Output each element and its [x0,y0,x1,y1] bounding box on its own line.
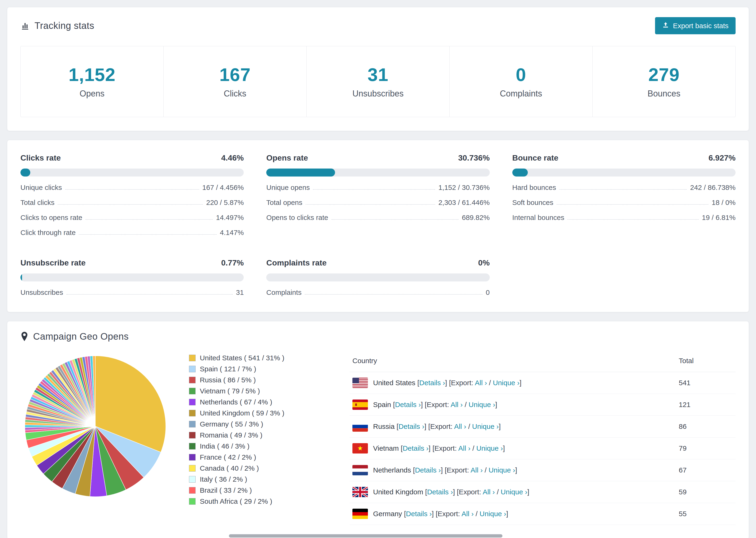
legend-label: Russia ( 86 / 5% ) [200,376,256,384]
legend-label: Germany ( 55 / 3% ) [200,420,263,428]
total-cell: 55 [676,503,735,525]
legend-item-netherlands: Netherlands ( 67 / 4% ) [189,398,335,406]
dotted-leader [557,204,708,205]
export-all-link[interactable]: All › [470,466,483,474]
stat-row-click-through-rate: Click through rate4.147% [21,229,244,237]
rates-grid: Clicks rate4.46%Unique clicks167 / 4.456… [7,140,749,312]
country-links: Spain [Details ›] [Export: All › / Uniqu… [373,401,497,409]
legend-swatch [189,421,195,427]
country-name: United Kingdom [373,488,423,496]
export-all-link[interactable]: All › [475,379,487,387]
geo-table-wrap: Country Total United States [Details ›] … [350,350,735,525]
country-name: Spain [373,401,391,408]
dotted-leader [67,294,233,295]
stat-label: Bounces [593,89,735,99]
legend-label: South Africa ( 29 / 2% ) [200,497,272,506]
stat-value: 279 [593,64,735,85]
stat-box-unsubscribes: 31Unsubscribes [306,46,449,117]
stat-box-opens: 1,152Opens [21,46,163,117]
progress-bar [266,169,490,177]
export-unique-link[interactable]: Unique › [472,422,499,430]
export-all-link[interactable]: All › [451,401,463,408]
stat-row-value: 1,152 / 30.736% [438,184,490,191]
horizontal-scrollbar-thumb[interactable] [229,534,503,538]
export-unique-link[interactable]: Unique › [476,444,503,452]
rate-percent: 6.927% [709,153,735,162]
geo-legend: United States ( 541 / 31% )Spain ( 121 /… [189,350,335,525]
legend-swatch [189,410,195,416]
stat-row-label: Clicks to opens rate [21,214,82,222]
export-basic-stats-button[interactable]: Export basic stats [655,17,735,34]
legend-swatch [189,443,195,450]
stat-row-label: Opens to clicks rate [266,214,328,222]
export-all-link[interactable]: All › [483,488,495,496]
export-unique-link[interactable]: Unique › [493,379,519,387]
stat-row-unique-clicks: Unique clicks167 / 4.456% [21,184,244,191]
rate-head: Opens rate30.736% [266,153,490,162]
dotted-leader [306,204,435,205]
rate-block-opens-rate: Opens rate30.736%Unique opens1,152 / 30.… [266,153,490,237]
rate-title: Bounce rate [512,153,559,162]
export-all-link[interactable]: All › [454,422,466,430]
legend-item-united-kingdom: United Kingdom ( 59 / 3% ) [189,409,335,417]
progress-bar [21,273,244,282]
stat-value: 167 [164,64,306,85]
export-all-link[interactable]: All › [458,444,470,452]
rate-block-complaints-rate: Complaints rate0%Complaints0 [266,258,490,296]
stat-row-label: Complaints [266,289,301,296]
rate-title: Complaints rate [266,258,327,267]
details-link[interactable]: Details › [395,401,421,408]
legend-item-russia: Russia ( 86 / 5% ) [189,376,335,384]
legend-swatch [189,498,195,505]
details-link[interactable]: Details › [399,422,424,430]
details-link[interactable]: Details › [427,488,453,496]
details-link[interactable]: Details › [406,510,432,517]
country-name: Germany [373,510,402,517]
ru-flag-icon [352,421,368,432]
rate-percent: 30.736% [458,153,490,162]
details-link[interactable]: Details › [403,444,428,452]
legend-label: France ( 42 / 2% ) [200,453,256,461]
dotted-leader [79,234,216,235]
legend-label: United Kingdom ( 59 / 3% ) [200,409,284,417]
stat-row-label: Click through rate [21,229,76,237]
country-cell: Netherlands [Details ›] [Export: All › /… [350,459,676,481]
vn-flag-icon [352,443,368,454]
total-cell: 121 [676,394,735,416]
bar-chart-icon [21,21,30,30]
legend-label: Spain ( 121 / 7% ) [200,365,256,373]
legend-swatch [189,465,195,471]
country-name: United States [373,379,415,387]
export-unique-link[interactable]: Unique › [489,466,515,474]
details-link[interactable]: Details › [419,379,445,387]
country-links: Netherlands [Details ›] [Export: All › /… [373,466,517,474]
export-unique-link[interactable]: Unique › [501,488,527,496]
dotted-leader [305,294,482,295]
legend-swatch [189,487,195,494]
stat-row-value: 4.147% [220,229,244,237]
stat-row-value: 242 / 86.738% [690,184,735,191]
map-pin-icon [21,331,28,342]
dotted-leader [559,189,687,190]
legend-swatch [189,355,195,361]
rate-head: Bounce rate6.927% [512,153,735,162]
legend-label: Vietnam ( 79 / 5% ) [200,387,260,395]
legend-label: India ( 46 / 3% ) [200,442,249,450]
stats-summary: 1,152Opens167Clicks31Unsubscribes0Compla… [21,46,735,117]
country-links: Germany [Details ›] [Export: All › / Uni… [373,510,508,518]
stat-label: Unsubscribes [307,89,449,99]
progress-fill [266,169,335,177]
country-cell: United States [Details ›] [Export: All ›… [350,372,676,394]
export-unique-link[interactable]: Unique › [480,510,506,517]
stat-row-value: 2,303 / 61.446% [438,198,490,207]
stat-row-clicks-to-opens-rate: Clicks to opens rate14.497% [21,214,244,222]
stat-row-label: Soft bounces [512,198,553,207]
rate-title: Clicks rate [21,153,61,162]
us-flag-icon [352,378,368,388]
legend-label: United States ( 541 / 31% ) [200,354,284,362]
stat-row-value: 14.497% [216,214,244,222]
legend-label: Netherlands ( 67 / 4% ) [200,398,272,406]
export-unique-link[interactable]: Unique › [469,401,495,408]
details-link[interactable]: Details › [415,466,441,474]
export-all-link[interactable]: All › [461,510,474,517]
